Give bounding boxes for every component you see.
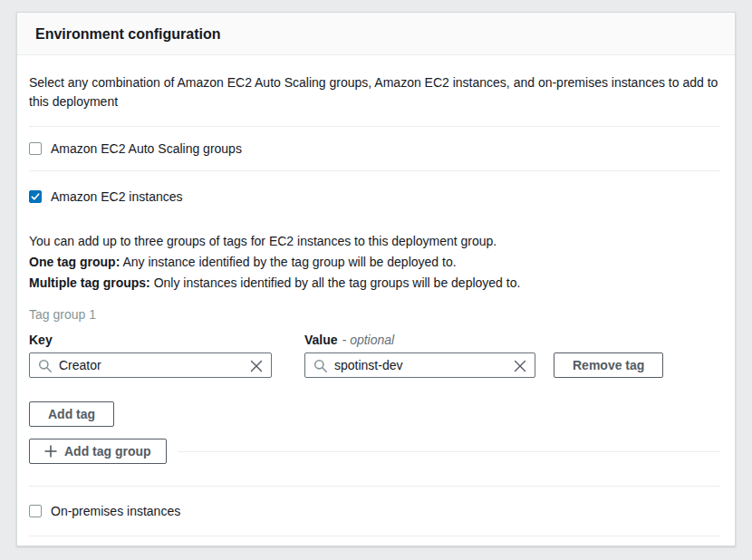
checkbox-row-ec2-instances[interactable]: Amazon EC2 instances	[29, 171, 720, 204]
key-field[interactable]	[30, 353, 271, 377]
card-body: Select any combination of Amazon EC2 Aut…	[17, 73, 735, 536]
tag-help-text: You can add up to three groups of tags f…	[29, 231, 720, 294]
add-tag-wrap: Add tag	[29, 401, 720, 427]
add-tag-group-row: Add tag group	[29, 439, 720, 464]
auto-scaling-groups-label: Amazon EC2 Auto Scaling groups	[51, 141, 242, 156]
checkmark-icon	[30, 191, 41, 202]
ec2-instances-checkbox[interactable]	[29, 190, 42, 203]
value-field[interactable]	[305, 353, 535, 377]
ec2-instances-label: Amazon EC2 instances	[51, 189, 183, 204]
key-label: Key	[29, 332, 304, 348]
intro-text: Select any combination of Amazon EC2 Aut…	[29, 73, 720, 111]
tag-group-title: Tag group 1	[29, 306, 720, 323]
tag-inputs-row: Remove tag	[29, 352, 720, 378]
value-label: Value- optional	[304, 332, 394, 348]
tag-help-line-2: One tag group: Any instance identified b…	[29, 252, 720, 273]
value-field-container	[304, 352, 535, 378]
divider	[178, 451, 720, 452]
environment-configuration-card: Environment configuration Select any com…	[16, 12, 736, 546]
card-header: Environment configuration	[17, 13, 735, 55]
tag-help-line-1: You can add up to three groups of tags f…	[29, 231, 720, 252]
checkbox-row-auto-scaling-groups[interactable]: Amazon EC2 Auto Scaling groups	[29, 127, 720, 170]
on-premises-checkbox[interactable]	[29, 505, 42, 517]
plus-icon	[44, 445, 57, 458]
tag-help-line-3: Multiple tag groups: Only instances iden…	[29, 273, 720, 294]
key-field-container	[29, 352, 272, 378]
checkbox-row-on-premises[interactable]: On-premises instances	[29, 487, 720, 536]
field-labels-row: Key Value- optional	[29, 332, 720, 348]
clear-key-icon[interactable]	[250, 360, 263, 372]
add-tag-group-button[interactable]: Add tag group	[29, 439, 167, 464]
remove-tag-button[interactable]: Remove tag	[554, 352, 663, 378]
add-tag-group-label: Add tag group	[64, 444, 151, 459]
search-icon	[313, 359, 328, 373]
auto-scaling-groups-checkbox[interactable]	[29, 142, 42, 155]
page-title: Environment configuration	[35, 26, 717, 43]
on-premises-label: On-premises instances	[51, 504, 180, 518]
optional-hint: - optional	[342, 333, 395, 347]
search-icon	[38, 359, 53, 373]
divider	[29, 536, 720, 536]
clear-value-icon[interactable]	[514, 360, 526, 372]
add-tag-button[interactable]: Add tag	[29, 401, 114, 427]
